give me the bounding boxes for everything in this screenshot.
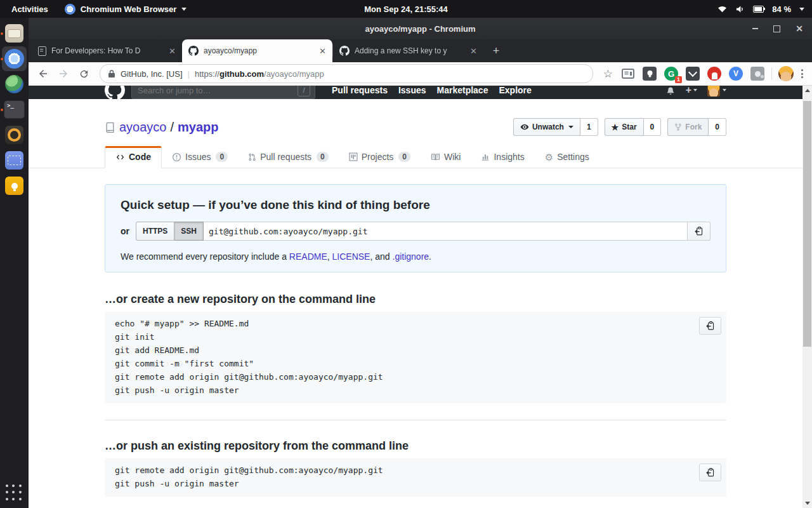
github-header: / Pull requests Issues Marketplace Explo… <box>29 86 802 99</box>
nav-marketplace[interactable]: Marketplace <box>437 86 488 95</box>
dock-item-notes-app[interactable] <box>4 175 25 196</box>
gitignore-link[interactable]: .gitignore <box>393 251 429 262</box>
https-protocol-button[interactable]: HTTPS <box>136 222 174 241</box>
tab-settings[interactable]: ⚙ Settings <box>535 146 599 168</box>
github-search-input[interactable] <box>136 86 298 96</box>
tab-wiki[interactable]: Wiki <box>421 146 471 168</box>
watchers-count[interactable]: 1 <box>580 118 598 136</box>
code-line: git commit -m "first commit" <box>115 357 716 370</box>
bookmark-star-icon[interactable]: ☆ <box>599 67 617 81</box>
scrollbar-thumb[interactable] <box>803 101 811 347</box>
tab-pull-requests[interactable]: Pull requests 0 <box>238 146 339 168</box>
notifications-bell-icon[interactable] <box>665 86 676 95</box>
url-text[interactable]: https://github.com/ayoayco/myapp <box>195 69 324 79</box>
browser-tab-developers[interactable]: For Developers: How To D ✕ <box>32 39 182 62</box>
tab-close-icon[interactable]: ✕ <box>169 47 176 55</box>
battery-icon <box>753 6 764 13</box>
tab-projects[interactable]: Projects 0 <box>339 146 421 168</box>
clock[interactable]: Mon Sep 24, 21:55:44 <box>364 4 448 14</box>
vimium-extension-icon[interactable]: V <box>729 67 743 81</box>
star-icon: ★ <box>612 123 619 132</box>
copy-code-button[interactable] <box>699 317 721 335</box>
github-logo-icon[interactable] <box>105 86 125 99</box>
unwatch-button[interactable]: Unwatch <box>513 118 580 136</box>
dock-item-web-globe[interactable] <box>4 74 25 95</box>
create-new-button[interactable]: + <box>686 86 697 96</box>
battery-percent: 84 % <box>772 4 791 14</box>
browser-menu-button[interactable] <box>797 68 807 80</box>
code-line: git init <box>115 330 716 344</box>
files-icon <box>5 24 23 43</box>
pocket-extension-icon[interactable] <box>686 67 700 81</box>
tab-close-icon[interactable]: ✕ <box>470 47 477 55</box>
forward-button[interactable] <box>54 64 73 83</box>
scroll-up-arrow[interactable] <box>802 86 812 95</box>
dock-item-media-app[interactable] <box>4 124 25 145</box>
reload-button[interactable] <box>74 64 93 83</box>
security-chip[interactable]: GitHub, Inc. [US] <box>121 69 183 79</box>
code-line: git push -u origin master <box>115 477 716 490</box>
back-button[interactable] <box>34 64 53 83</box>
copy-code-button[interactable] <box>699 464 721 481</box>
dock-item-terminal[interactable]: >_ <box>4 99 25 120</box>
tab-insights[interactable]: Insights <box>471 146 534 168</box>
github-avatar <box>707 86 720 97</box>
system-indicators[interactable]: 84 % <box>717 4 812 14</box>
github-search-box[interactable]: / <box>131 86 315 99</box>
lightbulb-extension-icon[interactable] <box>643 67 657 81</box>
scroll-down-arrow[interactable] <box>802 498 812 508</box>
repo-name-link[interactable]: myapp <box>178 120 218 135</box>
readme-link[interactable]: README <box>289 251 327 262</box>
page-scrollbar[interactable] <box>802 86 812 508</box>
show-applications-button[interactable] <box>6 485 23 502</box>
section-divider <box>105 420 726 420</box>
maximize-button[interactable] <box>773 25 780 32</box>
quick-setup-panel: Quick setup — if you’ve done this kind o… <box>105 184 726 272</box>
app-menu[interactable]: Chromium Web Browser <box>65 4 187 15</box>
media-app-icon <box>5 126 23 144</box>
activities-button[interactable]: Activities <box>11 4 48 14</box>
license-link[interactable]: LICENSE <box>332 251 370 262</box>
nav-issues[interactable]: Issues <box>398 86 426 95</box>
browser-profile-avatar[interactable] <box>778 66 794 81</box>
or-label: or <box>121 226 129 236</box>
window-titlebar[interactable]: ayoayco/myapp - Chromium ✕ <box>29 18 812 39</box>
address-bar[interactable]: GitHub, Inc. [US] | https://github.com/a… <box>100 64 593 83</box>
fork-button[interactable]: Fork <box>667 118 709 136</box>
tab-code[interactable]: Code <box>105 146 162 168</box>
close-button[interactable]: ✕ <box>796 24 803 33</box>
graph-icon <box>481 152 490 161</box>
nav-explore[interactable]: Explore <box>499 86 531 95</box>
user-menu[interactable] <box>707 86 726 97</box>
running-indicator <box>1 32 3 35</box>
grey-extension-icon[interactable] <box>750 67 764 81</box>
tab-title: Adding a new SSH key to y <box>355 46 465 55</box>
volume-icon <box>735 5 745 13</box>
minimize-button[interactable] <box>752 28 758 29</box>
adblock-extension-icon[interactable] <box>707 67 721 81</box>
copy-url-button[interactable] <box>688 222 710 241</box>
wiki-book-icon <box>431 153 440 161</box>
dock-item-office-app[interactable] <box>4 150 25 171</box>
browser-tab-myapp[interactable]: ayoayco/myapp ✕ <box>182 39 332 62</box>
reading-list-extension-icon[interactable] <box>621 67 635 81</box>
ssh-protocol-button[interactable]: SSH <box>174 222 204 241</box>
forks-count[interactable]: 0 <box>709 118 726 136</box>
repo-owner-link[interactable]: ayoayco <box>119 120 167 135</box>
nav-pull-requests[interactable]: Pull requests <box>332 86 388 95</box>
tab-issues[interactable]: Issues 0 <box>162 146 238 168</box>
browser-tab-ssh-key[interactable]: Adding a new SSH key to y ✕ <box>333 39 483 62</box>
stars-count[interactable]: 0 <box>644 118 662 136</box>
star-button[interactable]: ★ Star <box>605 118 644 136</box>
slash-key-hint: / <box>298 86 310 97</box>
dock-item-chromium[interactable] <box>2 46 27 71</box>
gear-icon: ⚙ <box>545 152 553 162</box>
remote-url-input[interactable] <box>204 222 688 241</box>
dock-item-files[interactable] <box>4 23 25 44</box>
code-line: git push -u origin master <box>115 384 716 397</box>
new-tab-button[interactable]: + <box>487 42 505 60</box>
chevron-down-icon <box>181 8 187 11</box>
tab-close-icon[interactable]: ✕ <box>319 47 326 55</box>
grammarly-extension-icon[interactable]: G 1 <box>664 67 678 81</box>
chromium-icon <box>65 4 75 15</box>
